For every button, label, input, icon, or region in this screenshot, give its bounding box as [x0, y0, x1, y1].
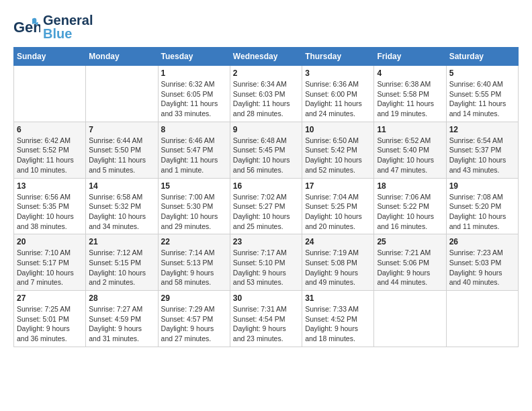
day-number: 19	[449, 181, 515, 191]
calendar-cell	[86, 66, 158, 122]
calendar-cell	[374, 291, 446, 347]
calendar-cell: 19Sunrise: 7:08 AMSunset: 5:20 PMDayligh…	[446, 178, 518, 234]
day-number: 11	[377, 125, 443, 134]
day-number: 24	[305, 237, 371, 246]
weekday-header: Friday	[374, 48, 446, 66]
day-info: Sunrise: 7:12 AMSunset: 5:15 PMDaylight:…	[89, 248, 154, 287]
day-number: 12	[449, 125, 515, 134]
page-header: Gen General Blue	[13, 13, 519, 40]
calendar-cell: 4Sunrise: 6:38 AMSunset: 5:58 PMDaylight…	[374, 66, 446, 122]
day-number: 14	[89, 181, 154, 191]
calendar-cell: 7Sunrise: 6:44 AMSunset: 5:50 PMDaylight…	[86, 122, 158, 178]
day-info: Sunrise: 7:04 AMSunset: 5:25 PMDaylight:…	[305, 192, 371, 232]
calendar-cell: 26Sunrise: 7:23 AMSunset: 5:03 PMDayligh…	[446, 234, 518, 291]
calendar-cell: 31Sunrise: 7:33 AMSunset: 4:52 PMDayligh…	[302, 291, 374, 347]
calendar-cell: 1Sunrise: 6:32 AMSunset: 6:05 PMDaylight…	[158, 66, 230, 122]
calendar-cell: 11Sunrise: 6:52 AMSunset: 5:40 PMDayligh…	[374, 122, 446, 178]
day-info: Sunrise: 7:25 AMSunset: 5:01 PMDaylight:…	[17, 304, 83, 344]
calendar-cell: 14Sunrise: 6:58 AMSunset: 5:32 PMDayligh…	[86, 178, 158, 234]
calendar-cell: 16Sunrise: 7:02 AMSunset: 5:27 PMDayligh…	[230, 178, 302, 234]
day-number: 30	[233, 293, 299, 303]
day-info: Sunrise: 7:29 AMSunset: 4:57 PMDaylight:…	[161, 304, 227, 344]
day-info: Sunrise: 6:48 AMSunset: 5:45 PMDaylight:…	[233, 136, 299, 175]
day-info: Sunrise: 7:17 AMSunset: 5:10 PMDaylight:…	[233, 248, 299, 287]
day-number: 29	[161, 293, 227, 303]
day-info: Sunrise: 6:50 AMSunset: 5:42 PMDaylight:…	[305, 136, 371, 175]
calendar-week-row: 20Sunrise: 7:10 AMSunset: 5:17 PMDayligh…	[14, 234, 519, 291]
day-info: Sunrise: 7:14 AMSunset: 5:13 PMDaylight:…	[161, 248, 227, 287]
day-number: 2	[233, 68, 299, 78]
day-info: Sunrise: 6:42 AMSunset: 5:52 PMDaylight:…	[17, 136, 83, 175]
day-number: 18	[377, 181, 443, 191]
day-info: Sunrise: 6:38 AMSunset: 5:58 PMDaylight:…	[377, 79, 443, 119]
calendar-cell: 9Sunrise: 6:48 AMSunset: 5:45 PMDaylight…	[230, 122, 302, 178]
day-info: Sunrise: 6:32 AMSunset: 6:05 PMDaylight:…	[161, 79, 227, 119]
day-number: 4	[377, 68, 443, 78]
calendar-cell: 25Sunrise: 7:21 AMSunset: 5:06 PMDayligh…	[374, 234, 446, 291]
day-info: Sunrise: 7:27 AMSunset: 4:59 PMDaylight:…	[89, 304, 154, 344]
day-info: Sunrise: 7:33 AMSunset: 4:52 PMDaylight:…	[305, 304, 371, 344]
calendar-cell: 10Sunrise: 6:50 AMSunset: 5:42 PMDayligh…	[302, 122, 374, 178]
day-info: Sunrise: 7:10 AMSunset: 5:17 PMDaylight:…	[17, 248, 83, 287]
calendar-cell: 20Sunrise: 7:10 AMSunset: 5:17 PMDayligh…	[14, 234, 86, 291]
day-number: 26	[449, 237, 515, 246]
day-number: 5	[449, 68, 515, 78]
day-info: Sunrise: 7:21 AMSunset: 5:06 PMDaylight:…	[377, 248, 443, 287]
day-info: Sunrise: 6:54 AMSunset: 5:37 PMDaylight:…	[449, 136, 515, 175]
calendar-cell: 21Sunrise: 7:12 AMSunset: 5:15 PMDayligh…	[86, 234, 158, 291]
day-number: 15	[161, 181, 227, 191]
day-info: Sunrise: 6:52 AMSunset: 5:40 PMDaylight:…	[377, 136, 443, 175]
calendar-cell: 18Sunrise: 7:06 AMSunset: 5:22 PMDayligh…	[374, 178, 446, 234]
calendar-body: 1Sunrise: 6:32 AMSunset: 6:05 PMDaylight…	[14, 66, 519, 347]
calendar-week-row: 13Sunrise: 6:56 AMSunset: 5:35 PMDayligh…	[14, 178, 519, 234]
calendar-cell: 6Sunrise: 6:42 AMSunset: 5:52 PMDaylight…	[14, 122, 86, 178]
day-info: Sunrise: 7:00 AMSunset: 5:30 PMDaylight:…	[161, 192, 227, 232]
day-number: 22	[161, 237, 227, 246]
day-info: Sunrise: 6:34 AMSunset: 6:03 PMDaylight:…	[233, 79, 299, 119]
day-number: 13	[17, 181, 83, 191]
calendar-cell	[14, 66, 86, 122]
day-info: Sunrise: 6:46 AMSunset: 5:47 PMDaylight:…	[161, 136, 227, 175]
calendar-cell: 15Sunrise: 7:00 AMSunset: 5:30 PMDayligh…	[158, 178, 230, 234]
day-info: Sunrise: 6:58 AMSunset: 5:32 PMDaylight:…	[89, 192, 154, 232]
day-info: Sunrise: 6:56 AMSunset: 5:35 PMDaylight:…	[17, 192, 83, 232]
calendar-cell: 28Sunrise: 7:27 AMSunset: 4:59 PMDayligh…	[86, 291, 158, 347]
day-number: 8	[161, 125, 227, 134]
day-number: 21	[89, 237, 154, 246]
day-info: Sunrise: 7:31 AMSunset: 4:54 PMDaylight:…	[233, 304, 299, 344]
weekday-header: Sunday	[14, 48, 86, 66]
weekday-header: Thursday	[302, 48, 374, 66]
calendar-cell: 8Sunrise: 6:46 AMSunset: 5:47 PMDaylight…	[158, 122, 230, 178]
day-info: Sunrise: 7:06 AMSunset: 5:22 PMDaylight:…	[377, 192, 443, 232]
day-number: 3	[305, 68, 371, 78]
calendar-cell: 12Sunrise: 6:54 AMSunset: 5:37 PMDayligh…	[446, 122, 518, 178]
day-number: 6	[17, 125, 83, 134]
logo-blue: Blue	[43, 27, 93, 40]
calendar-cell: 17Sunrise: 7:04 AMSunset: 5:25 PMDayligh…	[302, 178, 374, 234]
calendar-cell: 2Sunrise: 6:34 AMSunset: 6:03 PMDaylight…	[230, 66, 302, 122]
calendar-cell: 24Sunrise: 7:19 AMSunset: 5:08 PMDayligh…	[302, 234, 374, 291]
day-number: 31	[305, 293, 371, 303]
calendar-cell: 13Sunrise: 6:56 AMSunset: 5:35 PMDayligh…	[14, 178, 86, 234]
day-number: 17	[305, 181, 371, 191]
day-number: 25	[377, 237, 443, 246]
calendar-header-row: SundayMondayTuesdayWednesdayThursdayFrid…	[14, 48, 519, 66]
day-info: Sunrise: 7:23 AMSunset: 5:03 PMDaylight:…	[449, 248, 515, 287]
day-number: 7	[89, 125, 154, 134]
day-info: Sunrise: 7:02 AMSunset: 5:27 PMDaylight:…	[233, 192, 299, 232]
calendar-cell: 27Sunrise: 7:25 AMSunset: 5:01 PMDayligh…	[14, 291, 86, 347]
day-number: 9	[233, 125, 299, 134]
calendar-table: SundayMondayTuesdayWednesdayThursdayFrid…	[13, 47, 519, 347]
weekday-header: Monday	[86, 48, 158, 66]
calendar-cell: 29Sunrise: 7:29 AMSunset: 4:57 PMDayligh…	[158, 291, 230, 347]
weekday-header: Wednesday	[230, 48, 302, 66]
calendar-cell: 23Sunrise: 7:17 AMSunset: 5:10 PMDayligh…	[230, 234, 302, 291]
day-info: Sunrise: 6:40 AMSunset: 5:55 PMDaylight:…	[449, 79, 515, 119]
day-number: 20	[17, 237, 83, 246]
calendar-cell	[446, 291, 518, 347]
weekday-header: Tuesday	[158, 48, 230, 66]
calendar-cell: 22Sunrise: 7:14 AMSunset: 5:13 PMDayligh…	[158, 234, 230, 291]
calendar-cell: 30Sunrise: 7:31 AMSunset: 4:54 PMDayligh…	[230, 291, 302, 347]
weekday-header: Saturday	[446, 48, 518, 66]
day-number: 10	[305, 125, 371, 134]
